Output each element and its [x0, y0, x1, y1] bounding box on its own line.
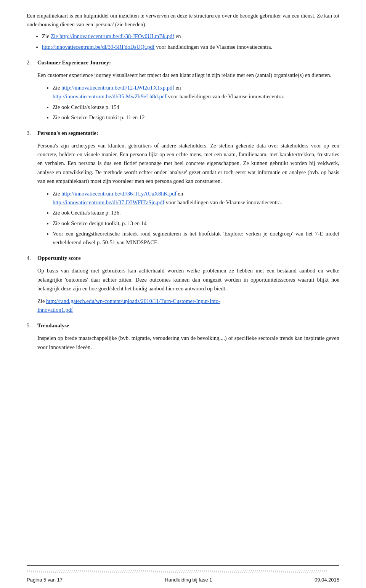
- intro-link-item1: Zie Zie http://innovatiecentrum.be/dl/38…: [42, 32, 339, 41]
- s4-link[interactable]: http://rand.gatech.edu/wp-content/upload…: [37, 298, 220, 313]
- footer-content: Pagina 5 van 17 Handleiding bij fase 1 0…: [27, 576, 339, 584]
- section2-number: 2.: [27, 58, 37, 67]
- s2b2-text: Zie ook Cecilia's keuze p. 154: [53, 104, 119, 110]
- section5-body-text: Inspelen op brede maatschappelijke (bvb.…: [37, 334, 339, 351]
- section3-bullet3: Zie ook Service design toolkit, p. 13 en…: [53, 219, 339, 228]
- section5-header: 5. Trendanalyse: [27, 321, 339, 330]
- section5-number: 5.: [27, 321, 37, 330]
- s3b1-post: voor handleidingen van de Vlaamse innova…: [164, 199, 282, 205]
- s3b1-link2[interactable]: http://innovatiecentrum.be/dl/37-D3WFlTz…: [53, 199, 164, 205]
- section3-bullets: Zie http://innovatiecentrum.be/dl/36-TLy…: [53, 189, 339, 247]
- intro-link1-suffix: en: [174, 33, 181, 39]
- section3-title: Persona's en segmentatie:: [37, 129, 98, 138]
- section4-body: Op basis van dialoog met gebruikers kan …: [37, 266, 339, 314]
- intro-link2[interactable]: http://innovatiecentrum.be/dl/39-5RFdoDs…: [42, 44, 155, 50]
- footer-dashes: ////////////////////////////////////////…: [27, 568, 339, 575]
- section4-body-text: Op basis van dialoog met gebruikers kan …: [37, 266, 339, 293]
- s2b1-link2[interactable]: http://innovatiecentrum.be/dl/35-MwZk9eL…: [53, 93, 167, 99]
- section4-number: 4.: [27, 254, 37, 263]
- section2-title: Customer Experience Journey:: [37, 58, 111, 67]
- section3-body-text: Persona's zijn archetypes van klanten, g…: [37, 141, 339, 186]
- footer-right: 09.04.2015: [315, 576, 339, 584]
- section3-bullet4: Voor een gedragstheoretische insteek ron…: [53, 229, 339, 247]
- section2-header: 2. Customer Experience Journey:: [27, 58, 339, 67]
- section4-title: Opportunity score: [37, 254, 81, 263]
- content: Een empathiekaart is een hulpmiddel om i…: [27, 11, 339, 558]
- section2-bullet3: Zie ook Service Design tookit p. 11 en 1…: [53, 113, 339, 122]
- intro-link2-suffix: voor handleidingen van de Vlaamse innova…: [155, 44, 273, 50]
- s3b1-pre: Zie: [53, 191, 61, 197]
- s2b1-post: voor handleidingen van de Vlaamse innova…: [167, 93, 284, 99]
- s2b1-mid: en: [174, 85, 181, 91]
- section2-bullets: Zie http://innovatiecentrum.be/dl/12-LWl…: [53, 83, 339, 122]
- section3-bullet1: Zie http://innovatiecentrum.be/dl/36-TLy…: [53, 189, 339, 207]
- intro-link1-pre: Zie: [42, 33, 51, 39]
- intro-links: Zie Zie http://innovatiecentrum.be/dl/38…: [42, 32, 339, 51]
- section4-header: 4. Opportunity score: [27, 254, 339, 263]
- s2b3-text: Zie ook Service Design tookit p. 11 en 1…: [53, 114, 145, 120]
- section3-number: 3.: [27, 129, 37, 138]
- footer-center: Handleiding bij fase 1: [165, 576, 212, 584]
- section2-bullet1: Zie http://innovatiecentrum.be/dl/12-LWl…: [53, 83, 339, 101]
- intro-link-item2: http://innovatiecentrum.be/dl/39-5RFdoDs…: [42, 43, 339, 51]
- s3b1-mid: en: [177, 191, 183, 197]
- s4-link-pre: Zie: [37, 298, 46, 304]
- s2b1-link1[interactable]: http://innovatiecentrum.be/dl/12-LWl2uTX…: [61, 85, 174, 91]
- section3-body: Persona's zijn archetypes van klanten, g…: [37, 141, 339, 247]
- section3-header: 3. Persona's en segmentatie:: [27, 129, 339, 138]
- intro-link1[interactable]: Zie http://innovatiecentrum.be/dl/38-JFO…: [51, 33, 174, 39]
- section5-title: Trendanalyse: [37, 321, 69, 330]
- section2-bullet2: Zie ook Cecilia's keuze p. 154: [53, 103, 339, 112]
- page: Een empathiekaart is een hulpmiddel om i…: [0, 0, 366, 588]
- s3b2-text: Zie ook Cecilia's keuze p. 136.: [53, 210, 121, 216]
- section5-body: Inspelen op brede maatschappelijke (bvb.…: [37, 334, 339, 351]
- footer-left: Pagina 5 van 17: [27, 576, 63, 584]
- s3b1-link1[interactable]: http://innovatiecentrum.be/dl/36-TLyAUaX…: [61, 191, 177, 197]
- section4-link-para: Zie http://rand.gatech.edu/wp-content/up…: [37, 297, 339, 314]
- section2-body-text: Een customer experience journey visualis…: [37, 71, 339, 80]
- s3b4-text: Voor een gedragstheoretische insteek ron…: [53, 231, 339, 245]
- section2-body: Een customer experience journey visualis…: [37, 71, 339, 122]
- s2b1-pre: Zie: [53, 85, 61, 91]
- intro-para1: Een empathiekaart is een hulpmiddel om i…: [27, 11, 339, 29]
- s3b3-text: Zie ook Service design toolkit, p. 13 en…: [53, 220, 146, 226]
- footer: ////////////////////////////////////////…: [27, 565, 339, 588]
- section3-bullet2: Zie ook Cecilia's keuze p. 136.: [53, 208, 339, 217]
